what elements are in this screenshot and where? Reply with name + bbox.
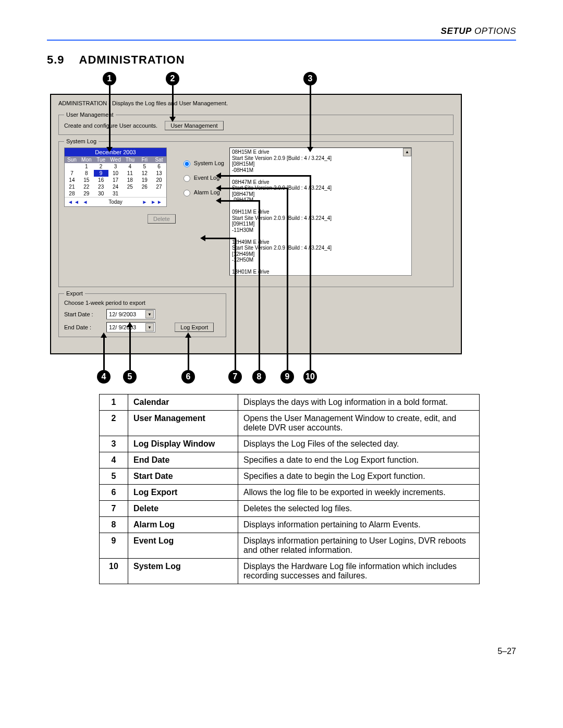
calendar-day[interactable]: 1 [79, 163, 94, 170]
calendar-day [152, 190, 166, 197]
calendar-day[interactable]: 25 [123, 183, 137, 190]
page-number: 5–27 [47, 647, 516, 656]
chevron-down-icon[interactable]: ▼ [145, 323, 154, 331]
calendar-day[interactable]: 24 [108, 183, 123, 190]
table-row: 1CalendarDisplays the days with Log info… [100, 394, 480, 411]
scroll-up-icon[interactable]: ▲ [403, 148, 411, 156]
callout-2: 2 [166, 72, 179, 85]
callout-9: 9 [280, 370, 294, 384]
table-row: 8Alarm LogDisplays information pertainin… [100, 517, 480, 533]
calendar-day[interactable]: 8 [79, 170, 94, 177]
calendar-day[interactable]: 18 [123, 177, 137, 183]
table-row: 7DeleteDeletes the selected log files. [100, 501, 480, 517]
table-row: 4End DateSpecifies a date to end the Log… [100, 452, 480, 468]
arrow-2 [169, 117, 176, 122]
calendar-day[interactable]: 9 [94, 170, 108, 177]
page-header: SETUP OPTIONS [47, 26, 516, 36]
callout-4: 4 [97, 370, 111, 384]
export-group: Export Choose 1-week period to export St… [58, 290, 226, 337]
table-row: 5Start DateSpecifies a date to begin the… [100, 468, 480, 485]
start-date-field[interactable]: 12/ 9/2003 ▼ [106, 309, 155, 319]
calendar-day [65, 163, 79, 170]
legend-table: 1CalendarDisplays the days with Log info… [99, 394, 480, 584]
calendar-day[interactable]: 14 [65, 177, 79, 183]
calendar-prev-icon[interactable]: ◄◄ ◄ [68, 199, 89, 205]
calendar-day[interactable]: 16 [94, 177, 108, 183]
calendar-day[interactable]: 15 [79, 177, 94, 183]
calendar-title: December 2003 [65, 148, 166, 156]
user-mgmt-text: Create and configure User accounts. [64, 122, 157, 129]
arrow-1 [106, 147, 113, 152]
pointer-2 [172, 85, 174, 117]
callout-1: 1 [103, 72, 116, 85]
system-log-group: System Log December 2003 SunMonTueWedThu… [58, 138, 454, 287]
calendar-day[interactable]: 19 [137, 177, 152, 183]
table-row: 10System LogDisplays the Hardware Log fi… [100, 559, 480, 584]
calendar-day[interactable]: 31 [108, 190, 123, 197]
section-title: 5.9ADMINISTRATION [47, 53, 516, 67]
calendar-day[interactable]: 3 [108, 163, 123, 170]
calendar-day[interactable]: 21 [65, 183, 79, 190]
chevron-down-icon[interactable]: ▼ [145, 310, 154, 318]
callout-3: 3 [303, 72, 317, 85]
calendar[interactable]: December 2003 SunMonTueWedThuFriSat 1234… [64, 147, 167, 207]
calendar-day[interactable]: 20 [152, 177, 166, 183]
calendar-day[interactable]: 29 [79, 190, 94, 197]
calendar-day[interactable]: 17 [108, 177, 123, 183]
export-hint: Choose 1-week period to export [64, 300, 221, 306]
log-display-window[interactable]: 08H15M E drive Start Site Version 2.0.9 … [229, 147, 412, 276]
user-management-button[interactable]: User Management [165, 121, 224, 130]
calendar-day [123, 190, 137, 197]
calendar-day[interactable]: 26 [137, 183, 152, 190]
system-log-radio[interactable]: System Log [181, 159, 224, 167]
callout-7: 7 [228, 370, 242, 384]
calendar-day[interactable]: 13 [152, 170, 166, 177]
calendar-day[interactable]: 6 [152, 163, 166, 170]
table-row: 6Log ExportAllows the log file to be exp… [100, 485, 480, 501]
start-date-label: Start Date : [64, 311, 105, 317]
calendar-today-button[interactable]: Today [108, 199, 123, 205]
callout-6: 6 [181, 370, 195, 384]
calendar-day[interactable]: 12 [137, 170, 152, 177]
calendar-day[interactable]: 23 [94, 183, 108, 190]
calendar-day[interactable]: 2 [94, 163, 108, 170]
callout-8: 8 [252, 370, 266, 384]
calendar-day[interactable]: 22 [79, 183, 94, 190]
calendar-day[interactable]: 27 [152, 183, 166, 190]
user-management-group: User Management Create and configure Use… [58, 112, 454, 135]
calendar-nav[interactable]: ◄◄ ◄ Today ► ►► [65, 197, 166, 206]
calendar-day[interactable]: 11 [123, 170, 137, 177]
annotated-screenshot: 1 2 3 ADMINISTRATION - Displays the Log … [45, 72, 467, 390]
admin-window: ADMINISTRATION - Displays the Log files … [50, 94, 462, 354]
log-export-button[interactable]: Log Export [175, 323, 214, 332]
end-date-label: End Date : [64, 324, 105, 330]
pointer-1 [109, 85, 111, 147]
calendar-day[interactable]: 30 [94, 190, 108, 197]
table-row: 9Event LogDisplays information pertainin… [100, 533, 480, 559]
admin-intro: ADMINISTRATION - Displays the Log files … [51, 95, 461, 109]
callout-5: 5 [123, 370, 137, 384]
arrow-3 [307, 147, 313, 152]
pointer-3 [310, 85, 311, 147]
table-row: 3Log Display WindowDisplays the Log File… [100, 436, 480, 452]
calendar-day[interactable]: 7 [65, 170, 79, 177]
delete-button[interactable]: Delete [148, 214, 176, 224]
calendar-day[interactable]: 5 [137, 163, 152, 170]
calendar-day[interactable]: 28 [65, 190, 79, 197]
callout-10: 10 [303, 370, 317, 384]
header-rule [47, 40, 516, 41]
calendar-day[interactable]: 4 [123, 163, 137, 170]
calendar-next-icon[interactable]: ► ►► [142, 199, 163, 205]
calendar-day[interactable]: 10 [108, 170, 123, 177]
calendar-day [137, 190, 152, 197]
table-row: 2User ManagementOpens the User Managemen… [100, 411, 480, 436]
